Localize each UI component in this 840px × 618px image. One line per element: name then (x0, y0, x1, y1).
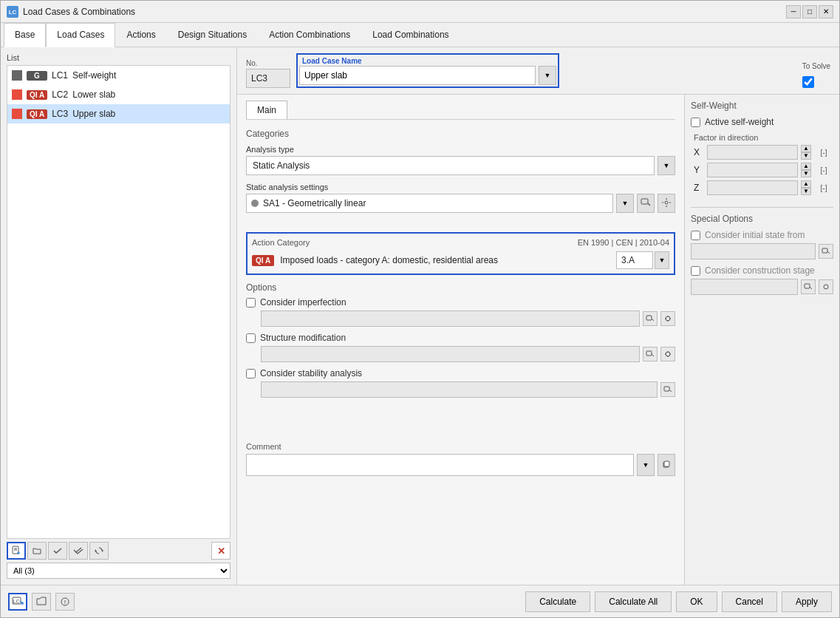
construction-stage-btn1[interactable] (801, 279, 816, 294)
y-spin-down[interactable]: ▼ (801, 170, 811, 177)
stability-field-row (246, 381, 675, 398)
imperfection-btn2[interactable] (660, 311, 675, 326)
main-window: LC Load Cases & Combinations ─ □ ✕ Base … (0, 0, 840, 618)
structure-btn1[interactable] (643, 347, 658, 361)
lc-badge: QI A (27, 109, 47, 119)
action-cat-code: 3.A (616, 251, 653, 269)
action-cat-code-dropdown[interactable]: ▼ (655, 251, 669, 269)
to-solve-group: To Solve (802, 62, 830, 88)
new-load-case-button[interactable] (7, 542, 26, 560)
to-solve-checkbox[interactable] (802, 76, 814, 88)
sa-color-dot (251, 200, 259, 207)
y-input[interactable] (707, 163, 798, 177)
tab-action-combinations[interactable]: Action Combinations (258, 23, 361, 47)
tab-design-situations[interactable]: Design Situations (167, 23, 258, 47)
structure-modification-checkbox[interactable] (246, 333, 256, 343)
initial-state-label: Consider initial state from (705, 230, 805, 240)
analysis-type-dropdown[interactable]: ▼ (658, 156, 675, 175)
structure-btn2[interactable] (660, 347, 675, 361)
calculate-button[interactable]: Calculate (525, 591, 590, 612)
main-tab[interactable]: Main (246, 101, 287, 119)
action-cat-standard: EN 1990 | CEN | 2010-04 (578, 238, 669, 247)
comment-copy-btn[interactable] (658, 454, 675, 476)
comment-dropdown[interactable]: ▼ (637, 454, 655, 476)
maximize-button[interactable]: □ (802, 5, 817, 18)
refresh-button[interactable] (89, 542, 109, 560)
color-indicator (12, 109, 22, 119)
structure-input (261, 346, 640, 362)
minimize-button[interactable]: ─ (786, 5, 801, 18)
list-item[interactable]: QI A LC2 Lower slab (7, 85, 230, 104)
list-label: List (7, 53, 231, 62)
x-spin-up[interactable]: ▲ (801, 145, 811, 152)
initial-state-checkbox[interactable] (691, 231, 700, 240)
load-case-name-dropdown[interactable]: ▼ (539, 66, 556, 85)
svg-rect-19 (805, 284, 810, 288)
x-input[interactable] (707, 145, 798, 160)
title-bar: LC Load Cases & Combinations ─ □ ✕ (1, 1, 839, 23)
bottom-icon-btn-3[interactable]: f (55, 593, 75, 611)
imperfection-btn1[interactable] (643, 311, 658, 326)
stability-btn1[interactable] (660, 382, 675, 397)
imperfection-field-row (246, 310, 675, 327)
left-panel: List G LC1 Self-weight QI A LC2 Lower sl… (1, 47, 237, 585)
x-spin-down[interactable]: ▼ (801, 152, 811, 160)
load-case-name-box: Load Case Name ▼ (296, 53, 559, 88)
tab-actions[interactable]: Actions (115, 23, 166, 47)
z-spin-down[interactable]: ▼ (801, 188, 811, 195)
action-category-box: Action Category EN 1990 | CEN | 2010-04 … (246, 232, 675, 275)
active-self-weight-checkbox[interactable] (691, 118, 700, 127)
construction-stage-btn2[interactable] (819, 279, 833, 294)
tab-load-cases[interactable]: Load Cases (46, 23, 115, 47)
filter-select[interactable]: All (3) (7, 563, 231, 579)
list-item[interactable]: QI A LC3 Upper slab (7, 104, 230, 123)
construction-stage-input-row (691, 279, 833, 295)
initial-state-btn[interactable] (819, 244, 833, 259)
color-indicator (12, 70, 22, 81)
static-analysis-settings-btn[interactable] (658, 194, 675, 213)
y-spin-up[interactable]: ▲ (801, 163, 811, 170)
z-input[interactable] (707, 180, 798, 195)
static-analysis-row: Static analysis settings SA1 - Geometric… (246, 183, 675, 213)
construction-stage-checkbox[interactable] (691, 266, 700, 276)
z-spin-up[interactable]: ▲ (801, 180, 811, 188)
svg-rect-15 (664, 387, 669, 391)
list-item[interactable]: G LC1 Self-weight (7, 66, 230, 85)
lc-name: Lower slab (72, 89, 115, 100)
check-button[interactable] (48, 542, 67, 560)
options-section: Options Consider imperfection (246, 282, 675, 398)
check-all-button[interactable] (69, 542, 88, 560)
calculate-all-button[interactable]: Calculate All (595, 591, 672, 612)
construction-stage-label: Consider construction stage (705, 265, 815, 276)
ok-button[interactable]: OK (676, 591, 717, 612)
load-case-name-field[interactable] (299, 66, 536, 85)
lc-name: Self-weight (72, 70, 116, 81)
active-self-weight-row: Active self-weight (691, 117, 833, 127)
comment-input[interactable] (246, 454, 634, 476)
tab-base[interactable]: Base (4, 23, 46, 47)
bottom-icon-btn-2[interactable] (32, 593, 51, 611)
filter-row: All (3) (7, 561, 231, 579)
svg-rect-18 (822, 248, 827, 253)
svg-point-24 (21, 602, 24, 605)
bottom-icon-btn-1[interactable]: LC (8, 593, 27, 611)
apply-button[interactable]: Apply (782, 591, 832, 612)
static-analysis-dropdown[interactable]: ▼ (616, 194, 634, 213)
spacer (246, 220, 675, 232)
consider-imperfection-checkbox[interactable] (246, 298, 256, 308)
svg-point-10 (665, 201, 668, 204)
open-button[interactable] (27, 542, 47, 560)
consider-stability-checkbox[interactable] (246, 369, 256, 378)
close-button[interactable]: ✕ (819, 5, 833, 18)
cancel-button[interactable]: Cancel (722, 591, 777, 612)
imperfection-input (261, 310, 640, 327)
special-options-section: Special Options Consider initial state f… (691, 207, 833, 295)
delete-button[interactable]: ✕ (211, 542, 231, 560)
menu-bar: Base Load Cases Actions Design Situation… (1, 23, 839, 47)
tab-load-combinations[interactable]: Load Combinations (361, 23, 460, 47)
action-cat-title: Action Category (252, 238, 310, 247)
action-cat-desc: Imposed loads - category A: domestic, re… (280, 255, 610, 265)
content-tab-bar: Main (246, 101, 675, 120)
static-analysis-edit-btn[interactable] (637, 194, 655, 213)
consider-stability-label: Consider stability analysis (260, 368, 362, 378)
